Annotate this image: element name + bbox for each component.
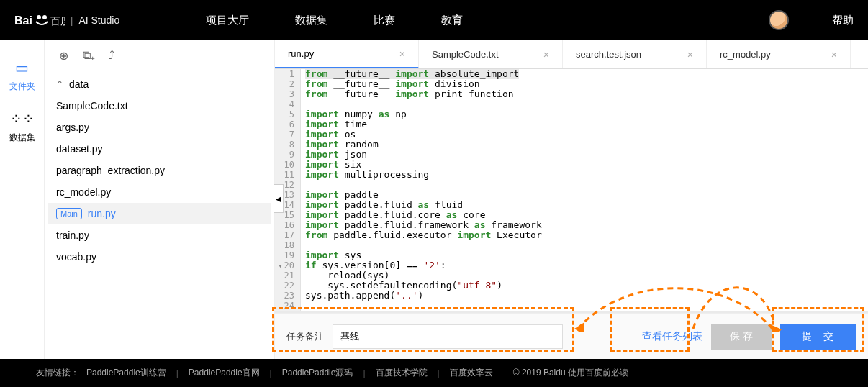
tab-run-py[interactable]: run.py× [275,40,419,68]
footer-link[interactable]: PaddlePaddle官网 [189,367,260,379]
baidu-logo-icon: Bai百度 [14,12,65,29]
code-line: 1from __future__ import absolute_import [275,69,868,79]
code-line: 5import numpy as np [275,109,868,119]
code-line: 22 sys.setdefaultencoding("utf-8") [275,281,868,291]
new-file-icon[interactable]: ⊕ [59,49,68,63]
code-line: 7import os [275,129,868,140]
save-button[interactable]: 保 存 [711,324,772,350]
editor-tabs: run.py× SampleCode.txt× search.test.json… [275,40,868,69]
nav-datasets[interactable]: 数据集 [295,14,327,27]
footer-link[interactable]: PaddlePaddle训练营 [86,367,166,379]
svg-point-1 [37,15,41,19]
close-icon[interactable]: × [399,48,405,60]
tree-file[interactable]: rc_model.py [48,181,271,203]
remark-label: 任务备注 [286,330,324,343]
editor-area: ◀ run.py× SampleCode.txt× search.test.js… [275,40,868,359]
task-bar: 任务备注 查看任务列表 保 存 提 交 [275,313,868,359]
code-line: 2from __future__ import division [275,79,868,89]
svg-text:Bai: Bai [14,14,32,27]
tree-file-active[interactable]: Mainrun.py [48,203,271,224]
footer-link[interactable]: 百度技术学院 [376,367,428,379]
main-badge: Main [56,208,82,219]
nav-projects[interactable]: 项目大厅 [206,14,249,27]
tab-rcmodel[interactable]: rc_model.py× [707,40,851,68]
rail-files-label: 文件夹 [9,81,35,93]
code-line: 18 [275,240,868,250]
nav-competitions[interactable]: 比赛 [374,14,395,27]
nav-education[interactable]: 教育 [441,14,463,27]
tree-file[interactable]: SampleCode.txt [48,95,271,117]
tree-file[interactable]: dataset.py [48,138,271,160]
code-line: 9import json [275,150,868,160]
footer-label: 友情链接： [36,367,79,379]
file-panel: ⊕ ⧉₊ ⤴ data SampleCode.txt args.py datas… [45,40,275,359]
nav-links: 项目大厅 数据集 比赛 教育 [206,14,463,27]
tab-samplecode[interactable]: SampleCode.txt× [419,40,563,68]
rail-datasets-label: 数据集 [9,132,35,144]
code-line: 23sys.path.append('..') [275,291,868,301]
close-icon[interactable]: × [687,49,693,60]
remark-input[interactable] [333,324,563,349]
close-icon[interactable]: × [543,49,549,60]
product-name: AI Studio [78,14,119,26]
tree-file[interactable]: paragraph_extraction.py [48,160,271,181]
code-editor[interactable]: 1from __future__ import absolute_import2… [275,69,868,313]
code-line: 15import paddle.fluid.core as core [275,210,868,220]
tab-search-json[interactable]: search.test.json× [563,40,707,68]
logo[interactable]: Bai百度 | AI Studio [14,12,119,29]
code-line: ▾20if sys.version[0] == '2': [275,260,868,270]
file-toolbar: ⊕ ⧉₊ ⤴ [45,40,274,70]
code-line: 24 [275,301,868,311]
tree-folder-data[interactable]: data [48,73,271,95]
svg-text:百度: 百度 [50,15,65,27]
close-icon[interactable]: × [831,49,837,60]
avatar[interactable] [769,10,789,30]
new-folder-icon[interactable]: ⧉₊ [83,49,94,62]
code-line: 21 reload(sys) [275,270,868,281]
code-line: 14import paddle.fluid as fluid [275,200,868,210]
view-tasks-link[interactable]: 查看任务列表 [642,330,702,343]
code-line: 4 [275,99,868,109]
top-nav-bar: Bai百度 | AI Studio 项目大厅 数据集 比赛 教育 帮助 [0,0,868,40]
code-line: 12 [275,180,868,190]
code-line: 16import paddle.fluid.framework as frame… [275,220,868,230]
code-line: 19import sys [275,250,868,260]
svg-point-2 [42,15,47,19]
footer: 友情链接： PaddlePaddle训练营| PaddlePaddle官网| P… [0,359,868,387]
code-line: 3from __future__ import print_function [275,89,868,99]
rail-datasets[interactable]: ⁘⁘ 数据集 [9,110,35,144]
side-rail: ▭ 文件夹 ⁘⁘ 数据集 [0,40,45,359]
rail-files[interactable]: ▭ 文件夹 [9,59,35,93]
code-line: 17from paddle.fluid.executor import Exec… [275,230,868,240]
tree-file[interactable]: train.py [48,224,271,246]
file-tree: data SampleCode.txt args.py dataset.py p… [45,70,274,270]
code-line: 13import paddle [275,190,868,200]
footer-link[interactable]: 百度效率云 [450,367,493,379]
copyright: © 2019 Baidu 使用百度前必读 [513,367,628,379]
help-link[interactable]: 帮助 [832,14,854,27]
submit-button[interactable]: 提 交 [780,324,856,350]
collapse-panel-handle[interactable]: ◀ [274,184,284,213]
code-line: 6import time [275,119,868,129]
grid-icon: ⁘⁘ [10,110,35,127]
code-line: 8import random [275,140,868,150]
code-line: 10import six [275,160,868,170]
folder-icon: ▭ [15,59,29,76]
footer-link[interactable]: PaddlePaddle源码 [282,367,353,379]
tree-file[interactable]: vocab.py [48,246,271,268]
tree-file[interactable]: args.py [48,117,271,138]
code-line: 11import multiprocessing [275,170,868,180]
upload-icon[interactable]: ⤴ [109,49,114,62]
